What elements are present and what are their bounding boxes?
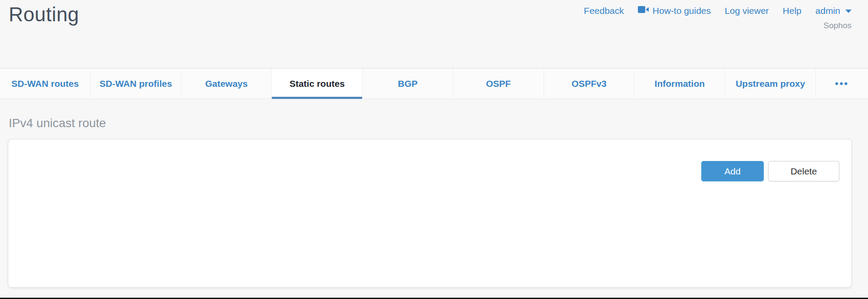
howto-guides-label: How-to guides (653, 6, 711, 16)
tab-ospfv3[interactable]: OSPFv3 (544, 69, 635, 99)
tab-sdwan-profiles[interactable]: SD-WAN profiles (91, 69, 182, 99)
tab-bgp[interactable]: BGP (363, 69, 453, 99)
tab-upstream-proxy[interactable]: Upstream proxy (725, 69, 816, 99)
video-camera-icon (638, 5, 649, 16)
feedback-link-label: Feedback (584, 6, 624, 16)
tab-strip: SD-WAN routes SD-WAN profiles Gateways S… (0, 68, 868, 99)
tab-sdwan-routes[interactable]: SD-WAN routes (0, 69, 91, 99)
howto-guides-link[interactable]: How-to guides (638, 5, 711, 16)
add-button[interactable]: Add (701, 161, 764, 181)
log-viewer-label: Log viewer (725, 6, 769, 16)
tab-information[interactable]: Information (634, 69, 725, 99)
tab-ospf[interactable]: OSPF (453, 69, 544, 99)
brand-label: Sophos (824, 21, 851, 30)
log-viewer-link[interactable]: Log viewer (725, 6, 769, 16)
user-menu[interactable]: admin (815, 6, 851, 16)
help-label: Help (783, 6, 802, 16)
ipv4-unicast-route-panel: Add Delete IP/netmask Gateway Interface … (8, 139, 852, 288)
help-link[interactable]: Help (783, 6, 802, 16)
tab-static-routes[interactable]: Static routes (272, 69, 363, 99)
more-tabs-button[interactable]: ••• (816, 69, 868, 99)
top-nav: Feedback How-to guides Log viewer Help a… (584, 5, 851, 16)
page-title: Routing (9, 3, 79, 26)
tab-gateways[interactable]: Gateways (182, 69, 272, 99)
table-toolbar: Add Delete (701, 161, 839, 181)
top-header: Routing Feedback How-to guides Log viewe… (0, 0, 868, 68)
chevron-down-icon (845, 10, 851, 13)
feedback-link[interactable]: Feedback (584, 6, 624, 16)
ellipsis-icon: ••• (835, 78, 849, 89)
delete-button[interactable]: Delete (768, 161, 839, 181)
section-title: IPv4 unicast route (9, 116, 106, 130)
user-menu-label: admin (815, 6, 840, 16)
